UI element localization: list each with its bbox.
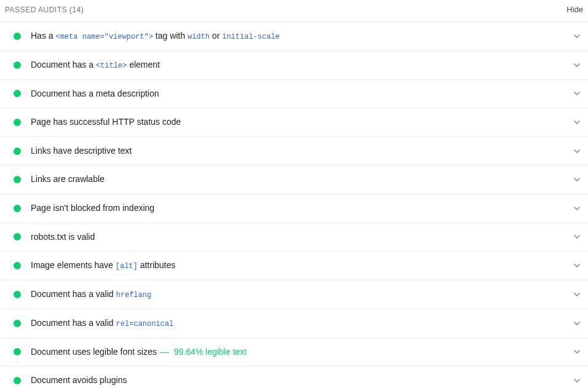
pass-status-icon — [14, 377, 21, 384]
audit-row[interactable]: Document uses legible font sizes—99.64% … — [0, 338, 588, 367]
chevron-down-icon — [573, 176, 581, 183]
pass-status-icon — [14, 61, 21, 69]
audit-title: Image elements have [alt] attributes — [31, 259, 567, 272]
chevron-down-icon — [573, 119, 581, 126]
audit-row[interactable]: Document has a <title> element — [0, 51, 588, 80]
pass-status-icon — [14, 119, 21, 126]
audit-title: Document has a <title> element — [31, 59, 567, 71]
chevron-down-icon — [573, 90, 581, 97]
audit-title: Document has a meta description — [31, 88, 567, 100]
audit-title: Has a <meta name="viewport"> tag with wi… — [31, 30, 567, 42]
audit-title: Page isn't blocked from indexing — [31, 202, 567, 215]
pass-status-icon — [14, 176, 21, 183]
audit-row[interactable]: Links have descriptive text — [0, 137, 588, 166]
chevron-down-icon — [573, 233, 581, 240]
audit-row[interactable]: Image elements have [alt] attributes — [0, 251, 588, 280]
audit-list: Has a <meta name="viewport"> tag with wi… — [0, 22, 588, 388]
audit-title: robots.txt is valid — [31, 231, 567, 243]
pass-status-icon — [14, 262, 21, 269]
audit-title: Document uses legible font sizes—99.64% … — [31, 346, 567, 358]
pass-status-icon — [14, 320, 21, 327]
audit-title: Document avoids plugins — [31, 374, 567, 387]
pass-status-icon — [14, 205, 21, 212]
audit-row[interactable]: Document has a valid rel=canonical — [0, 309, 588, 338]
chevron-down-icon — [573, 262, 581, 269]
chevron-down-icon — [573, 148, 581, 155]
audit-title: Links are crawlable — [31, 173, 567, 186]
chevron-down-icon — [573, 320, 581, 327]
passed-audits-title: PASSED AUDITS (14) — [5, 6, 84, 14]
audit-row[interactable]: Page has successful HTTP status code — [0, 108, 588, 137]
pass-status-icon — [14, 90, 21, 97]
audit-row[interactable]: robots.txt is valid — [0, 223, 588, 252]
audit-title: Page has successful HTTP status code — [31, 116, 567, 129]
audit-row[interactable]: Has a <meta name="viewport"> tag with wi… — [0, 22, 588, 51]
pass-status-icon — [14, 348, 21, 355]
pass-status-icon — [14, 33, 21, 40]
hide-button[interactable]: Hide — [566, 5, 583, 14]
audit-title: Links have descriptive text — [31, 145, 567, 157]
chevron-down-icon — [573, 377, 581, 384]
pass-status-icon — [14, 233, 21, 240]
audit-title: Document has a valid hreflang — [31, 288, 567, 301]
chevron-down-icon — [573, 205, 581, 212]
chevron-down-icon — [573, 348, 581, 355]
chevron-down-icon — [573, 61, 581, 69]
pass-status-icon — [14, 291, 21, 298]
chevron-down-icon — [573, 33, 581, 40]
audit-row[interactable]: Links are crawlable — [0, 165, 588, 194]
pass-status-icon — [14, 148, 21, 155]
audit-row[interactable]: Page isn't blocked from indexing — [0, 194, 588, 223]
audit-row[interactable]: Document has a valid hreflang — [0, 280, 588, 309]
chevron-down-icon — [573, 291, 581, 298]
audit-title: Document has a valid rel=canonical — [31, 317, 567, 330]
passed-audits-header: PASSED AUDITS (14) Hide — [0, 0, 588, 22]
audit-row[interactable]: Document avoids plugins — [0, 366, 588, 388]
audit-row[interactable]: Document has a meta description — [0, 80, 588, 109]
audit-extra: 99.64% legible text — [174, 347, 247, 357]
